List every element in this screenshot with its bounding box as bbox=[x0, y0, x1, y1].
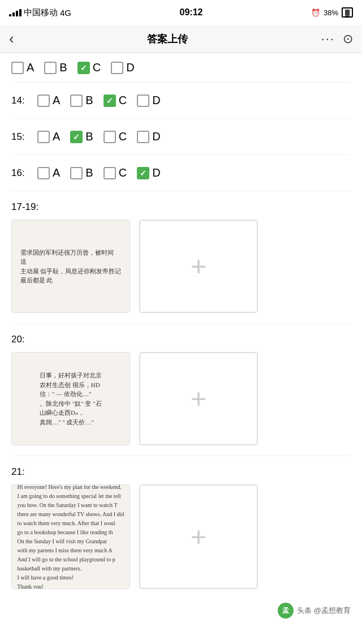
checkbox-D-partial[interactable] bbox=[111, 62, 123, 74]
checkbox-14-C[interactable] bbox=[104, 95, 116, 107]
checkbox-15-A[interactable] bbox=[37, 131, 50, 143]
add-image-button-17-19[interactable]: + bbox=[140, 220, 257, 312]
nav-right[interactable]: ··· ⊙ bbox=[321, 32, 353, 46]
option-14-C[interactable]: C bbox=[104, 94, 127, 107]
option-C-partial[interactable]: C bbox=[77, 61, 101, 74]
divider-6 bbox=[11, 456, 351, 456]
option-15-B[interactable]: B bbox=[70, 130, 93, 143]
footer: 孟 头条 @孟想教育 bbox=[0, 597, 362, 624]
checkbox-15-B[interactable] bbox=[70, 131, 83, 143]
q-num-15: 15: bbox=[11, 131, 37, 143]
options-15: A B C D bbox=[37, 130, 161, 143]
handwriting-text-21: Hi everyone! Here's my plan for the week… bbox=[13, 484, 129, 589]
option-D-partial[interactable]: D bbox=[111, 61, 134, 74]
signal-bar-1 bbox=[9, 14, 11, 16]
more-button[interactable]: ··· bbox=[321, 32, 335, 46]
options-16: A B C D bbox=[37, 166, 161, 179]
battery-label: 38% bbox=[324, 8, 338, 17]
label-16-D: D bbox=[152, 166, 160, 179]
label-16-B: B bbox=[85, 166, 93, 179]
open-label-17-19: 17-19: bbox=[11, 201, 351, 213]
handwriting-text-20: 日事，好村孩子对北京 农村生态创 很乐，HD 信：" — 依劲化…" 。陕北传中… bbox=[35, 366, 106, 431]
signal-bars bbox=[9, 9, 21, 16]
image-add-21[interactable]: + bbox=[139, 484, 258, 589]
image-upload-17-19-1[interactable]: 需求国的军利还很万历曾，被时间 送 主动展 似乎耻，局息还你刚发帝胜记 最后都是… bbox=[11, 220, 130, 313]
back-button[interactable]: ‹ bbox=[9, 30, 14, 48]
checkbox-16-B[interactable] bbox=[70, 167, 83, 179]
label-B-partial: B bbox=[59, 61, 67, 74]
divider-1 bbox=[11, 82, 351, 83]
question-row-15: 15: A B C D bbox=[11, 121, 351, 152]
handwriting-area-21: Hi everyone! Here's my plan for the week… bbox=[12, 485, 130, 589]
nav-title: 答案上传 bbox=[147, 32, 188, 46]
label-15-A: A bbox=[53, 130, 60, 143]
label-16-C: C bbox=[119, 166, 127, 179]
nav-bar: ‹ 答案上传 ··· ⊙ bbox=[0, 25, 362, 53]
image-upload-20-1[interactable]: 日事，好村孩子对北京 农村生态创 很乐，HD 信：" — 依劲化…" 。陕北传中… bbox=[11, 352, 130, 445]
footer-logo: 孟 bbox=[278, 603, 294, 619]
label-D-partial: D bbox=[126, 61, 134, 74]
option-15-C[interactable]: C bbox=[104, 130, 127, 143]
checkbox-15-C[interactable] bbox=[104, 131, 116, 143]
add-image-button-21[interactable]: + bbox=[140, 485, 257, 589]
option-15-A[interactable]: A bbox=[37, 130, 60, 143]
signal-bar-2 bbox=[12, 12, 15, 16]
plus-icon-21: + bbox=[191, 523, 206, 551]
label-16-A: A bbox=[53, 166, 60, 179]
divider-3 bbox=[11, 154, 351, 155]
footer-logo-text: 孟 bbox=[282, 606, 289, 616]
image-row-20: 日事，好村孩子对北京 农村生态创 很乐，HD 信：" — 依劲化…" 。陕北传中… bbox=[11, 352, 351, 445]
checkbox-16-D[interactable] bbox=[137, 167, 149, 179]
checkbox-16-A[interactable] bbox=[37, 167, 50, 179]
signal-bar-3 bbox=[16, 11, 18, 16]
checkbox-15-D[interactable] bbox=[137, 131, 149, 143]
label-C-partial: C bbox=[93, 61, 101, 74]
camera-button[interactable]: ⊙ bbox=[343, 32, 353, 46]
nav-left[interactable]: ‹ bbox=[9, 30, 14, 48]
option-16-A[interactable]: A bbox=[37, 166, 60, 179]
option-B-partial[interactable]: B bbox=[44, 61, 67, 74]
option-14-A[interactable]: A bbox=[37, 94, 60, 107]
divider-2 bbox=[11, 118, 351, 119]
open-section-20: 20: 日事，好村孩子对北京 农村生态创 很乐，HD 信：" — 依劲化…" 。… bbox=[11, 326, 351, 453]
checkbox-B-partial[interactable] bbox=[44, 62, 57, 74]
plus-icon-17-19: + bbox=[191, 253, 206, 280]
battery-icon: ▓ bbox=[342, 7, 353, 18]
option-A-partial[interactable]: A bbox=[11, 61, 34, 74]
label-15-B: B bbox=[85, 130, 93, 143]
option-16-D[interactable]: D bbox=[137, 166, 160, 179]
option-15-D[interactable]: D bbox=[137, 130, 160, 143]
open-section-21: 21: Hi everyone! Here's my plan for the … bbox=[11, 458, 351, 597]
q-num-14: 14: bbox=[11, 95, 37, 106]
network-label: 4G bbox=[60, 8, 71, 18]
checkbox-16-C[interactable] bbox=[104, 167, 116, 179]
option-14-B[interactable]: B bbox=[70, 94, 93, 107]
checkbox-14-D[interactable] bbox=[137, 95, 149, 107]
handwriting-area-20: 日事，好村孩子对北京 农村生态创 很乐，HD 信：" — 依劲化…" 。陕北传中… bbox=[12, 353, 130, 445]
divider-5 bbox=[11, 323, 351, 324]
status-right: ⏰ 38% ▓ bbox=[311, 7, 353, 18]
label-15-D: D bbox=[152, 130, 160, 143]
time-label: 09:12 bbox=[180, 7, 203, 18]
checkbox-14-B[interactable] bbox=[70, 95, 83, 107]
options-14: A B C D bbox=[37, 94, 161, 107]
checkbox-A-partial[interactable] bbox=[11, 62, 24, 74]
add-image-button-20[interactable]: + bbox=[140, 353, 257, 445]
partial-question-row: A B C D bbox=[11, 53, 351, 80]
label-15-C: C bbox=[119, 130, 127, 143]
open-section-17-19: 17-19: 需求国的军利还很万历曾，被时间 送 主动展 似乎耻，局息还你刚发帝… bbox=[11, 194, 351, 321]
content: A B C D 14: A B bbox=[0, 53, 362, 597]
checkbox-C-partial[interactable] bbox=[77, 62, 90, 74]
image-upload-21-1[interactable]: Hi everyone! Here's my plan for the week… bbox=[11, 484, 130, 589]
label-14-D: D bbox=[152, 94, 160, 107]
signal-bar-4 bbox=[19, 9, 21, 16]
option-16-B[interactable]: B bbox=[70, 166, 93, 179]
image-add-17-19[interactable]: + bbox=[139, 220, 258, 313]
checkbox-14-A[interactable] bbox=[37, 95, 50, 107]
option-14-D[interactable]: D bbox=[137, 94, 160, 107]
option-16-C[interactable]: C bbox=[104, 166, 127, 179]
open-label-20: 20: bbox=[11, 334, 351, 345]
label-14-C: C bbox=[119, 94, 127, 107]
image-add-20[interactable]: + bbox=[139, 352, 258, 445]
plus-icon-20: + bbox=[191, 385, 206, 413]
